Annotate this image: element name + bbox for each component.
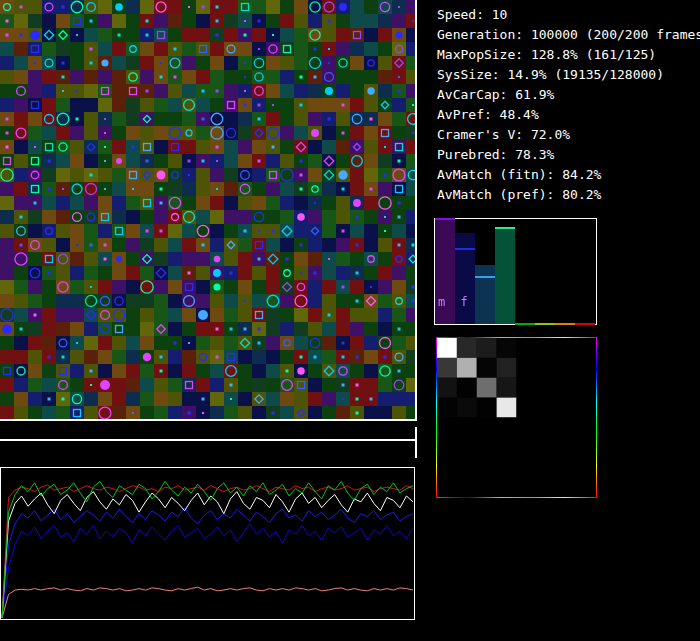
history-line-chart-box xyxy=(0,467,415,620)
frame-timeline-position-tick xyxy=(415,427,417,458)
male-female-label: m f xyxy=(438,296,472,308)
stat-line-speed: Speed: 10 xyxy=(437,5,697,25)
mating-matrix-heatmap-canvas xyxy=(436,337,597,498)
stat-line-avmatch-pref: AvMatch (pref): 80.2% xyxy=(437,185,697,205)
world-grid-right-border xyxy=(415,0,417,421)
simulation-app-window: { "app": { "background": "#000000", "tex… xyxy=(0,0,700,641)
world-grid-canvas[interactable] xyxy=(0,0,415,419)
stat-line-avpref: AvPref: 48.4% xyxy=(437,105,697,125)
stat-line-avmatch-fitn: AvMatch (fitn): 84.2% xyxy=(437,165,697,185)
stat-line-maxpopsize: MaxPopSize: 128.8% (161/125) xyxy=(437,45,697,65)
stat-line-syssize: SysSize: 14.9% (19135/128000) xyxy=(437,65,697,85)
world-grid-bottom-border xyxy=(0,419,417,421)
stat-line-avcarcap: AvCarCap: 61.9% xyxy=(437,85,697,105)
stat-line-generation: Generation: 100000 (200/200 frames) xyxy=(437,25,697,45)
history-line-chart-canvas xyxy=(1,468,414,619)
frame-timeline-line xyxy=(0,439,417,441)
stats-panel: Speed: 10Generation: 100000 (200/200 fra… xyxy=(437,5,697,205)
stat-line-purebred: Purebred: 78.3% xyxy=(437,145,697,165)
stat-line-cramers-v: Cramer's V: 72.0% xyxy=(437,125,697,145)
